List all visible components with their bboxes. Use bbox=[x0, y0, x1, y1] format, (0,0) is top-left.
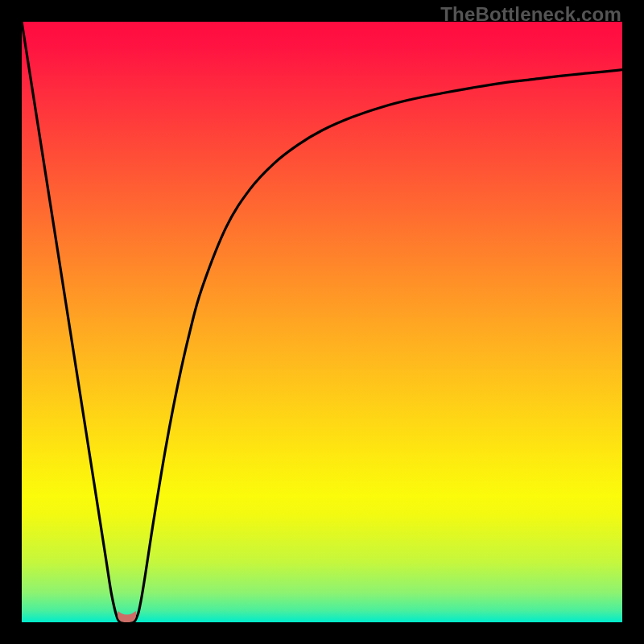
outer-frame: TheBottleneck.com bbox=[0, 0, 644, 644]
bottleneck-curve bbox=[22, 22, 622, 622]
curve-line bbox=[22, 22, 622, 622]
minimum-blob bbox=[118, 611, 136, 622]
plot-area bbox=[22, 22, 622, 622]
attribution-text: TheBottleneck.com bbox=[440, 3, 621, 26]
